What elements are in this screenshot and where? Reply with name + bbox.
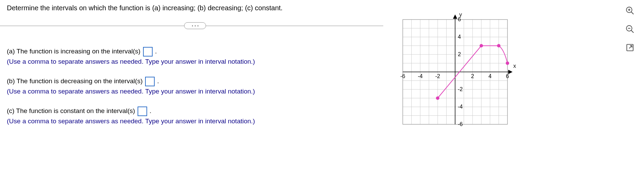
- question-text: Determine the intervals on which the fun…: [7, 4, 383, 12]
- x-axis-label: x: [513, 63, 516, 69]
- svg-text:-6: -6: [400, 73, 405, 79]
- svg-point-43: [480, 45, 483, 47]
- part-b-hint: (Use a comma to separate answers as need…: [7, 86, 383, 97]
- part-c-hint: (Use a comma to separate answers as need…: [7, 116, 383, 126]
- zoom-out-icon: [625, 24, 635, 34]
- svg-text:4: 4: [489, 73, 492, 79]
- answer-input-b[interactable]: [145, 77, 155, 86]
- graph-svg: -6-4-2246-6-4-2246 y x: [390, 7, 520, 137]
- svg-point-44: [498, 45, 500, 47]
- zoom-out-button[interactable]: [625, 24, 635, 34]
- part-a: (a) The function is increasing on the in…: [7, 46, 383, 67]
- svg-line-51: [631, 30, 634, 33]
- svg-line-54: [629, 46, 632, 48]
- part-a-hint: (Use a comma to separate answers as need…: [7, 57, 383, 67]
- open-external-button[interactable]: [625, 42, 635, 53]
- svg-text:-4: -4: [458, 104, 463, 110]
- svg-text:6: 6: [506, 73, 509, 79]
- svg-marker-29: [453, 15, 457, 18]
- axes: [403, 15, 512, 124]
- svg-text:4: 4: [458, 34, 461, 40]
- part-b-text-pre: (b) The function is decreasing on the in…: [7, 77, 144, 85]
- open-external-icon: [625, 43, 635, 52]
- graph: -6-4-2246-6-4-2246 y x: [390, 7, 520, 137]
- svg-point-45: [506, 62, 509, 65]
- y-axis-label: y: [459, 12, 462, 17]
- svg-text:-4: -4: [418, 73, 423, 79]
- part-a-text-pre: (a) The function is increasing on the in…: [7, 48, 142, 55]
- part-b-text-post: .: [157, 77, 159, 85]
- svg-point-42: [436, 97, 439, 100]
- zoom-in-icon: [625, 6, 635, 15]
- part-b: (b) The function is decreasing on the in…: [7, 76, 383, 97]
- more-button[interactable]: [184, 22, 206, 29]
- svg-text:-6: -6: [458, 121, 463, 127]
- answer-input-c[interactable]: [138, 107, 147, 116]
- svg-text:-2: -2: [458, 86, 463, 92]
- part-c: (c) The function is constant on the inte…: [7, 106, 383, 127]
- svg-text:2: 2: [471, 73, 474, 79]
- ellipsis-icon: [192, 25, 198, 26]
- svg-text:2: 2: [458, 51, 461, 57]
- divider: [7, 22, 383, 36]
- part-c-text-post: .: [150, 107, 151, 114]
- zoom-in-button[interactable]: [625, 5, 635, 16]
- part-a-text-post: .: [155, 48, 157, 55]
- answer-input-a[interactable]: [143, 47, 153, 57]
- svg-line-47: [631, 12, 634, 14]
- part-c-text-pre: (c) The function is constant on the inte…: [7, 107, 137, 114]
- svg-marker-27: [508, 70, 512, 74]
- svg-text:-2: -2: [435, 73, 440, 79]
